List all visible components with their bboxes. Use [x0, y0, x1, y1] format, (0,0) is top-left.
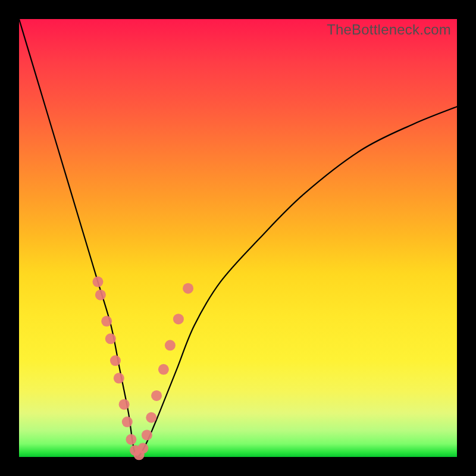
sample-dots-group	[92, 277, 193, 461]
sample-dot	[158, 364, 169, 375]
sample-dot	[151, 390, 162, 401]
sample-dot	[137, 443, 148, 453]
plot-area: TheBottleneck.com	[19, 19, 457, 457]
sample-dot	[146, 412, 156, 423]
sample-dot	[183, 283, 193, 294]
sample-dot	[101, 316, 112, 327]
sample-dot	[165, 340, 176, 350]
sample-dot	[142, 430, 152, 440]
sample-dot	[110, 355, 121, 366]
chart-frame: TheBottleneck.com	[0, 0, 476, 476]
bottleneck-curve	[19, 19, 457, 457]
sample-dot	[126, 434, 136, 445]
sample-dot	[105, 333, 116, 344]
sample-dot	[119, 399, 130, 410]
sample-dot	[92, 277, 103, 287]
sample-dot	[95, 290, 106, 300]
sample-dot	[114, 373, 124, 384]
sample-dot	[173, 314, 184, 324]
curve-svg	[19, 19, 457, 457]
sample-dot	[122, 416, 133, 427]
